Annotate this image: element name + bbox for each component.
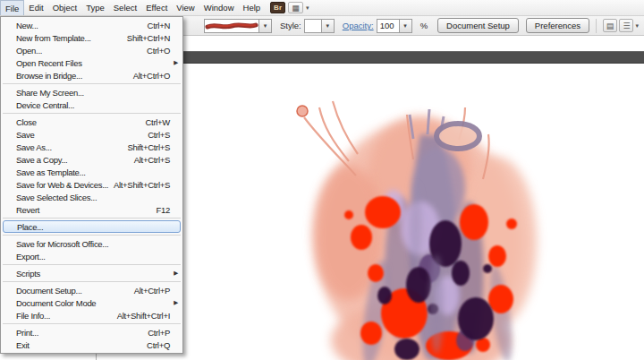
menu-item-label: Revert [16, 205, 39, 215]
menu-item-label: Document Color Mode [16, 298, 96, 308]
menu-item-label: Print... [16, 328, 38, 338]
menubar-item-edit[interactable]: Edit [24, 0, 47, 15]
menu-item-label: New from Template... [16, 33, 91, 43]
menu-item-document-color-mode[interactable]: Document Color Mode▶ [1, 296, 182, 309]
brush-dropdown-arrow-icon[interactable]: ▾ [259, 19, 272, 33]
submenu-arrow-icon: ▶ [170, 299, 178, 306]
menu-item-save-as-template[interactable]: Save as Template... [1, 166, 182, 178]
menu-item-close[interactable]: CloseCtrl+W [1, 116, 182, 128]
menu-separator [3, 323, 181, 324]
menu-item-revert[interactable]: RevertF12 [1, 203, 182, 216]
menu-item-save[interactable]: SaveCtrl+S [1, 128, 182, 141]
menu-item-label: Save [16, 130, 34, 140]
menu-item-save-as[interactable]: Save As...Shift+Ctrl+S [1, 141, 182, 153]
menu-item-label: Document Setup... [16, 286, 82, 296]
menu-separator [3, 218, 181, 219]
opacity-input[interactable]: 100 [377, 19, 400, 33]
menubar-item-type[interactable]: Type [81, 0, 109, 15]
menubar-item-window[interactable]: Window [199, 0, 239, 15]
menu-separator [3, 264, 181, 265]
menu-item-shortcut: Alt+Ctrl+P [134, 286, 170, 296]
menu-item-shortcut: Ctrl+P [148, 328, 170, 338]
menu-item-save-for-microsoft-office[interactable]: Save for Microsoft Office... [1, 237, 182, 250]
menu-item-browse-in-bridge[interactable]: Browse in Bridge...Alt+Ctrl+O [1, 69, 182, 81]
menu-item-scripts[interactable]: Scripts▶ [1, 267, 182, 279]
menu-item-print[interactable]: Print...Ctrl+P [1, 326, 182, 339]
menu-item-open[interactable]: Open...Ctrl+O [1, 44, 182, 56]
control-bar-content: ▾ Style: ▾ Opacity: 100 ▾ % Document Set… [204, 18, 617, 33]
menu-item-label: Save As... [16, 142, 52, 152]
menu-item-label: Save a Copy... [16, 155, 67, 165]
menu-item-shortcut: Shift+Ctrl+S [127, 142, 170, 152]
menu-item-label: Place... [17, 222, 43, 232]
menu-separator [3, 83, 181, 84]
menubar-items: FileEditObjectTypeSelectEffectViewWindow… [0, 0, 265, 15]
style-dropdown[interactable] [304, 19, 322, 33]
control-bar-divider [596, 19, 597, 33]
menu-item-document-setup[interactable]: Document Setup...Alt+Ctrl+P [1, 284, 182, 296]
menubar-item-view[interactable]: View [172, 0, 199, 15]
menu-item-shortcut: F12 [157, 205, 170, 215]
menu-item-exit[interactable]: ExitCtrl+Q [1, 339, 182, 351]
menu-item-label: Share My Screen... [16, 88, 84, 98]
menubar-item-select[interactable]: Select [109, 0, 141, 15]
menubar-item-effect[interactable]: Effect [141, 0, 172, 15]
menu-item-share-my-screen[interactable]: Share My Screen... [1, 86, 182, 99]
menu-item-new[interactable]: New...Ctrl+N [1, 19, 182, 31]
arrange-documents-icon[interactable]: ▦ [288, 2, 303, 13]
menu-item-label: Exit [16, 340, 30, 350]
menu-separator [3, 281, 181, 282]
menu-item-save-selected-slices[interactable]: Save Selected Slices... [1, 191, 182, 203]
brush-stroke-preview-icon [205, 20, 258, 32]
menubar-item-object[interactable]: Object [48, 0, 81, 15]
menu-item-save-a-copy[interactable]: Save a Copy...Alt+Ctrl+S [1, 153, 182, 166]
menu-item-shortcut: Alt+Shift+Ctrl+I [117, 311, 170, 321]
menu-item-label: Browse in Bridge... [16, 71, 82, 81]
menubar-item-help[interactable]: Help [239, 0, 266, 15]
menu-item-save-for-web-devices[interactable]: Save for Web & Devices...Alt+Shift+Ctrl+… [1, 178, 182, 191]
menu-item-label: Open... [16, 46, 42, 56]
control-bar-right-icons: ☰ ▾ [619, 19, 639, 32]
submenu-arrow-icon: ▶ [170, 59, 178, 66]
menubar-app-icons: Br ▦ ▾ [270, 2, 309, 13]
menu-item-new-from-template[interactable]: New from Template...Shift+Ctrl+N [1, 31, 182, 44]
file-menu: New...Ctrl+NNew from Template...Shift+Ct… [0, 16, 183, 354]
menu-item-export[interactable]: Export... [1, 250, 182, 262]
menubar: FileEditObjectTypeSelectEffectViewWindow… [0, 0, 644, 16]
opacity-link[interactable]: Opacity: [343, 21, 374, 30]
opacity-dropdown-arrow-icon[interactable]: ▾ [400, 19, 412, 33]
arrange-documents-caret-icon[interactable]: ▾ [306, 4, 309, 12]
menu-item-shortcut: Ctrl+W [146, 117, 171, 127]
menubar-item-file[interactable]: File [0, 0, 24, 15]
menu-item-shortcut: Alt+Ctrl+O [133, 71, 170, 81]
menu-item-label: Export... [16, 252, 46, 261]
brush-preview-dropdown[interactable] [204, 19, 259, 33]
menu-item-shortcut: Alt+Shift+Ctrl+S [114, 180, 170, 190]
menu-item-shortcut: Shift+Ctrl+N [127, 33, 170, 43]
bridge-icon[interactable]: Br [270, 2, 285, 13]
menu-item-label: Open Recent Files [16, 58, 82, 68]
percent-label: % [420, 21, 428, 30]
style-label: Style: [280, 21, 301, 30]
menu-item-label: File Info... [16, 311, 50, 321]
preferences-button[interactable]: Preferences [526, 18, 589, 33]
menu-item-label: Save for Web & Devices... [16, 180, 108, 190]
panel-options-icon[interactable]: ▤ [603, 19, 617, 32]
menu-item-label: Device Central... [16, 100, 74, 110]
menu-item-shortcut: Alt+Ctrl+S [134, 155, 170, 165]
menu-item-shortcut: Ctrl+Q [147, 340, 170, 350]
panel-list-icon[interactable]: ☰ [619, 19, 633, 32]
menu-separator [3, 235, 181, 236]
menu-item-place[interactable]: Place... [3, 220, 181, 233]
panel-list-caret-icon[interactable]: ▾ [635, 22, 639, 30]
menu-item-file-info[interactable]: File Info...Alt+Shift+Ctrl+I [1, 309, 182, 321]
menu-item-open-recent-files[interactable]: Open Recent Files▶ [1, 56, 182, 69]
menu-item-label: Save as Template... [16, 167, 86, 177]
document-setup-button[interactable]: Document Setup [437, 18, 519, 33]
menu-item-shortcut: Ctrl+S [148, 130, 170, 140]
style-dropdown-arrow-icon[interactable]: ▾ [322, 19, 335, 33]
menu-item-shortcut: Ctrl+O [147, 46, 170, 56]
menu-item-label: Scripts [16, 269, 40, 279]
menu-item-device-central[interactable]: Device Central... [1, 99, 182, 111]
menu-item-label: Save for Microsoft Office... [16, 239, 108, 249]
